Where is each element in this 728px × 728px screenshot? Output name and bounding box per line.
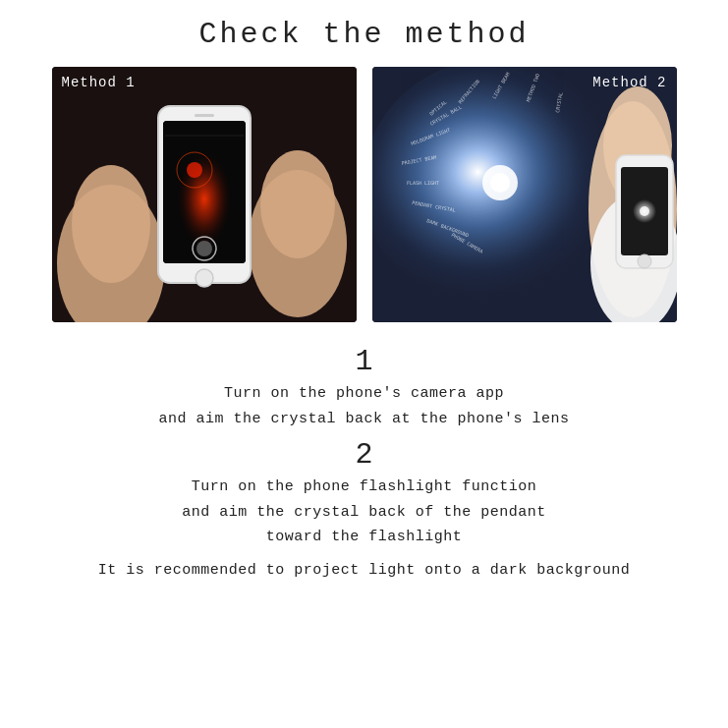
svg-point-10 <box>196 269 213 287</box>
method1-label: Method 1 <box>62 75 136 90</box>
svg-point-15 <box>196 241 212 256</box>
recommendation-text: It is recommended to project light onto … <box>98 558 631 584</box>
page: Check the method Method 1 <box>0 0 728 728</box>
svg-point-31 <box>490 173 510 193</box>
svg-point-38 <box>640 206 649 216</box>
method1-image: Method 1 <box>52 67 357 322</box>
method2-image: Method 2 CRYSTAL BALL HOLOGRAM LIGHT <box>372 67 677 322</box>
step2-line1: Turn on the phone flashlight function <box>192 475 537 500</box>
step2-line2: and aim the crystal back of the pendant <box>182 500 546 526</box>
step1-block: 1 Turn on the phone's camera app and aim… <box>20 340 708 431</box>
step2-number: 2 <box>355 437 372 473</box>
images-row: Method 1 <box>20 67 708 322</box>
svg-text:FLASH LIGHT: FLASH LIGHT <box>407 180 439 186</box>
svg-rect-11 <box>195 114 214 117</box>
svg-point-13 <box>187 162 202 178</box>
step2-block: 2 Turn on the phone flashlight function … <box>20 433 708 550</box>
instructions: 1 Turn on the phone's camera app and aim… <box>20 340 708 583</box>
svg-point-2 <box>72 165 150 283</box>
step1-line1: Turn on the phone's camera app <box>224 381 504 407</box>
step1-line2: and aim the crystal back at the phone's … <box>158 407 569 432</box>
step2-line3: toward the flashlight <box>266 525 463 550</box>
method2-label: Method 2 <box>592 75 666 90</box>
svg-point-39 <box>638 254 651 268</box>
page-title: Check the method <box>198 18 529 51</box>
step1-number: 1 <box>355 344 372 379</box>
svg-point-4 <box>260 150 335 258</box>
